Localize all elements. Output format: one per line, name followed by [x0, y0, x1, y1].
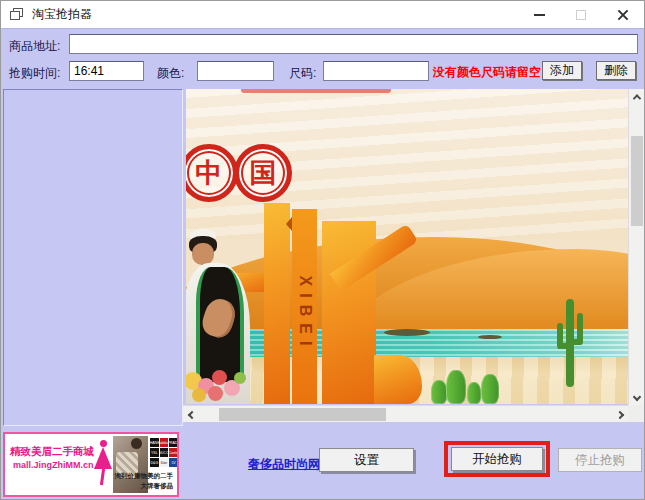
app-icon [10, 8, 24, 21]
flower-bouquet [186, 366, 254, 404]
close-button[interactable] [602, 1, 644, 29]
scroll-left-arrow-icon[interactable] [183, 406, 200, 423]
scroll-up-arrow-icon[interactable] [629, 89, 645, 105]
lake-island [478, 335, 502, 339]
size-input[interactable] [323, 61, 429, 81]
highlight-box: 开始抢购 [444, 441, 550, 477]
minimize-button[interactable] [518, 1, 560, 29]
maximize-button[interactable] [560, 1, 602, 29]
maximize-icon [576, 10, 586, 20]
xibei-text: XIBEI [296, 218, 314, 405]
horizontal-scrollbar[interactable] [183, 405, 628, 422]
product-address-input[interactable] [69, 34, 638, 54]
size-label: 尺码: [289, 65, 316, 82]
product-image: 中 国 XIBEI [186, 89, 628, 404]
horizontal-scroll-thumb[interactable] [219, 408, 386, 421]
ad-slogan: 淘到价廉物美的二手 [93, 472, 173, 481]
vertical-scrollbar[interactable] [628, 89, 644, 405]
xibei-ribbon: XIBEI [292, 209, 317, 404]
tall-cactus [556, 299, 582, 387]
purchase-time-input[interactable] [69, 61, 144, 81]
lake-island [384, 329, 430, 336]
scrollbar-corner [628, 405, 644, 422]
ad-banner[interactable]: 精致美眉二手商城 mall.JingZhiMM.cn CHANEL adidas… [3, 432, 179, 497]
ad-banner-title: 精致美眉二手商城 [10, 445, 94, 459]
color-size-hint: 没有颜色尺码请留空 [433, 64, 541, 81]
banner-edge [241, 89, 391, 93]
ad-banner-url: mall.JingZhiMM.cn [13, 460, 94, 470]
minimize-icon [534, 14, 545, 16]
bei-glyph-stroke [374, 355, 422, 404]
delete-button[interactable]: 删除 [596, 61, 636, 80]
bei-glyph-stroke [264, 203, 290, 404]
task-list[interactable] [3, 89, 183, 426]
scroll-right-arrow-icon[interactable] [611, 406, 628, 423]
vertical-scroll-thumb[interactable] [631, 136, 643, 226]
image-viewer: 中 国 XIBEI [183, 89, 644, 426]
cactus-cluster [431, 367, 511, 404]
footer: 精致美眉二手商城 mall.JingZhiMM.cn CHANEL adidas… [1, 426, 645, 500]
titlebar: 淘宝抢拍器 [1, 1, 644, 29]
luxury-site-link[interactable]: 奢侈品时尚网 [248, 456, 320, 473]
color-input[interactable] [197, 61, 274, 81]
scroll-down-arrow-icon[interactable] [629, 389, 645, 405]
brand-logo-grid: CHANEL adidas PRADA YSL GUCCI Cartier D&… [150, 438, 178, 467]
app-window: 淘宝抢拍器 商品地址: 抢购时间: 颜色: 尺码: 没有颜色尺码请留空 添加 删… [0, 0, 645, 500]
product-address-label: 商品地址: [9, 38, 60, 55]
costumed-man [186, 227, 256, 404]
china-seal: 中 国 [186, 144, 288, 202]
window-title: 淘宝抢拍器 [32, 6, 92, 23]
add-button[interactable]: 添加 [542, 61, 582, 80]
ad-slogan: 大牌奢侈品 [93, 482, 173, 491]
purchase-time-label: 抢购时间: [9, 65, 60, 82]
start-purchase-button[interactable]: 开始抢购 [451, 447, 543, 471]
settings-button[interactable]: 设置 [319, 448, 414, 472]
stop-purchase-button: 停止抢购 [558, 448, 642, 472]
color-label: 颜色: [157, 65, 184, 82]
